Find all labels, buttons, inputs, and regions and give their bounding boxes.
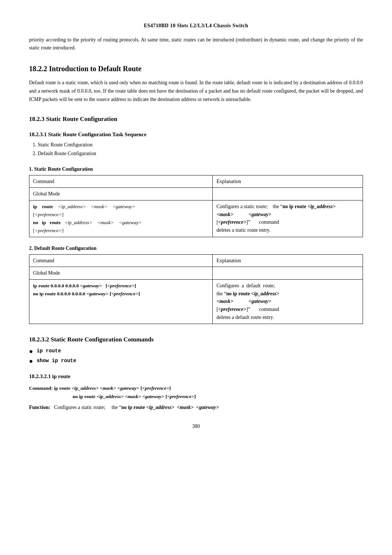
command-line-1: Command: ip route <ip_address> <mask> <g…	[29, 384, 363, 393]
table-row: ip route 0.0.0.0 0.0.0.0 <gateway> [<pre…	[29, 280, 363, 324]
table1-container: 1. Static Route Configuration Command Ex…	[29, 165, 363, 237]
table2: Command Explanation Global Mode ip route…	[29, 254, 363, 324]
table-row: Command Explanation	[29, 254, 363, 267]
section-2232-heading: 18.2.3.2 Static Route Configuration Comm…	[29, 335, 363, 344]
table2-cmd-cell: ip route 0.0.0.0 0.0.0.0 <gateway> [<pre…	[29, 280, 213, 324]
table2-container: 2. Default Route Configuration Command E…	[29, 244, 363, 324]
table2-cmd-header: Command	[29, 254, 213, 267]
table-row: Global Mode	[29, 188, 363, 200]
table-row: Command Explanation	[29, 175, 363, 188]
bullet-text-2: show ip route	[37, 357, 76, 365]
page-header: ES4710BD 10 Slots L2/L3/L4 Chassis Switc…	[29, 22, 363, 29]
function-text: Configures a static route; the “no ip ro…	[52, 405, 219, 410]
bullet-item-2: ● show ip route	[29, 357, 363, 366]
intro-paragraph: priority according to the priority of ro…	[29, 36, 363, 52]
bullet-item-1: ● ip route	[29, 347, 363, 356]
section-222-body: Default route is a static route, which i…	[29, 78, 363, 104]
table2-exp-header: Explanation	[213, 254, 363, 267]
command-line-2: no ip route <ip_address> <mask> <gateway…	[29, 393, 363, 401]
command-block: Command: ip route <ip_address> <mask> <g…	[29, 384, 363, 401]
table1-label: 1. Static Route Configuration	[29, 165, 363, 173]
bullet-text-1: ip route	[37, 347, 61, 355]
section-222: 18.2.2 Introduction to Default Route Def…	[29, 63, 363, 104]
table-row: ip route <ip_address> <mask> <gateway> […	[29, 200, 363, 237]
bullet-icon-2: ●	[29, 357, 33, 366]
section-23211: 18.2.3.2.1 ip route Command: ip route <i…	[29, 372, 363, 411]
section-223: 18.2.3 Static Route Configuration	[29, 114, 363, 124]
section-2231: 18.2.3.1 Static Route Configuration Task…	[29, 130, 363, 158]
section-2231-heading: 18.2.3.1 Static Route Configuration Task…	[29, 130, 363, 139]
function-label: Function:	[29, 405, 50, 410]
list-item-2: 2. Default Route Configuration	[33, 149, 363, 158]
table1: Command Explanation Global Mode ip route…	[29, 175, 363, 237]
section-222-heading: 18.2.2 Introduction to Default Route	[29, 63, 363, 74]
header-title: ES4710BD 10 Slots L2/L3/L4 Chassis Switc…	[144, 23, 248, 28]
table2-mode-cell: Global Mode	[29, 267, 213, 280]
table1-mode-cell: Global Mode	[29, 188, 213, 200]
bullet-list: ● ip route ● show ip route	[29, 347, 363, 366]
table1-cmd-header: Command	[29, 175, 213, 188]
section-223-heading: 18.2.3 Static Route Configuration	[29, 114, 363, 124]
section-2232: 18.2.3.2 Static Route Configuration Comm…	[29, 335, 363, 366]
table2-mode-exp	[213, 267, 363, 280]
section-23211-heading: 18.2.3.2.1 ip route	[29, 372, 363, 381]
table1-cmd-cell: ip route <ip_address> <mask> <gateway> […	[29, 200, 213, 237]
function-line: Function: Configures a static route; the…	[29, 403, 363, 412]
table1-exp-header: Explanation	[213, 175, 363, 188]
bullet-icon-1: ●	[29, 347, 33, 356]
table2-exp-cell: Configures a default route; the “no ip r…	[213, 280, 363, 324]
table-row: Global Mode	[29, 267, 363, 280]
page: ES4710BD 10 Slots L2/L3/L4 Chassis Switc…	[0, 0, 392, 555]
table1-exp-cell: Configures a static route; the “no ip ro…	[213, 200, 363, 237]
table2-label: 2. Default Route Configuration	[29, 244, 363, 252]
page-number: 380	[29, 422, 363, 430]
table1-mode-exp	[213, 188, 363, 200]
list-item-1: 1. Static Route Configuration	[33, 141, 363, 149]
